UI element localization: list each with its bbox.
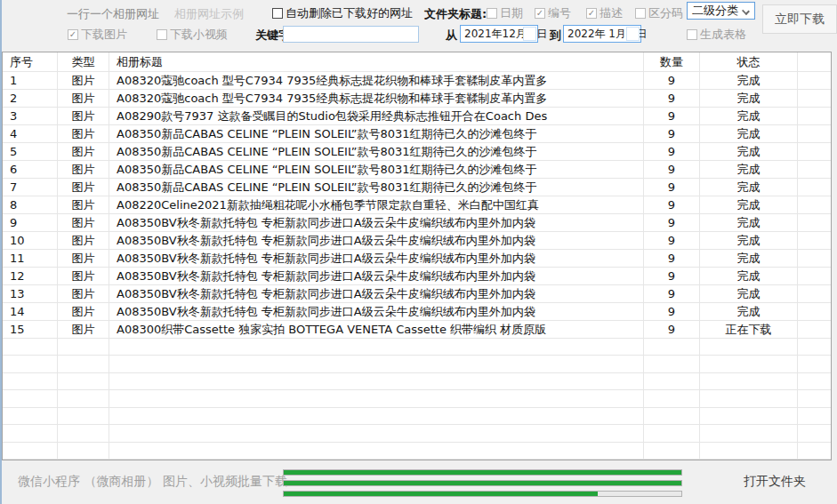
table-cell: A08320蔻驰coach 型号C7934 7935经典标志提花织物和棒球手套鞣… [109, 90, 644, 107]
header-status[interactable]: 状态 [700, 52, 798, 71]
table-cell: 完成 [700, 125, 798, 142]
category-selected-value: 二级分类 [692, 3, 738, 19]
table-cell: 完成 [700, 285, 798, 302]
spinner-updown-icon[interactable] [523, 27, 536, 41]
table-cell [3, 408, 58, 424]
table-cell [3, 373, 58, 389]
table-cell: 完成 [700, 214, 798, 231]
table-row[interactable]: 6图片A08350新品CABAS CELINE “PLEIN SOLEIL”款号… [3, 161, 831, 179]
table-cell: 9 [644, 143, 700, 160]
auto-delete-checkbox[interactable]: 自动删除已下载好的网址 [272, 5, 413, 21]
table-header-row: 序号 类型 相册标题 数量 状态 [3, 52, 831, 72]
table-cell [3, 339, 58, 355]
table-cell: 图片 [58, 161, 109, 178]
table-cell: 图片 [58, 143, 109, 160]
table-cell [798, 196, 831, 213]
date-option-checkbox[interactable]: 日期 [487, 5, 523, 21]
empty-row [3, 356, 831, 372]
chevron-down-icon [742, 7, 750, 15]
code-option-checkbox[interactable]: 区分码 [635, 5, 683, 21]
spinner-updown-icon[interactable] [626, 27, 640, 41]
table-cell [109, 390, 644, 406]
table-row[interactable]: 4图片A08350新品CABAS CELINE “PLEIN SOLEIL”款号… [3, 125, 831, 143]
table-cell: 3 [3, 108, 58, 124]
table-cell [798, 390, 831, 406]
table-row[interactable]: 5图片A08350新品CABAS CELINE “PLEIN SOLEIL”款号… [3, 143, 831, 161]
app-title: 微信小程序 （微商相册） 图片、小视频批量下载 [18, 474, 287, 490]
table-cell [798, 356, 831, 372]
table-cell [798, 250, 831, 267]
table-cell: 9 [644, 125, 700, 142]
table-row[interactable]: 9图片A08350BV秋冬新款托特包 专柜新款同步进口A级云朵牛皮编织绒布内里外… [3, 214, 831, 232]
table-cell: A08350BV秋冬新款托特包 专柜新款同步进口A级云朵牛皮编织绒布内里外加内袋 [109, 268, 644, 284]
auto-delete-label: 自动删除已下载好的网址 [286, 5, 413, 21]
date-to-picker[interactable]: 2022年 1月 8日 [563, 25, 641, 43]
table-row[interactable]: 7图片A08350新品CABAS CELINE “PLEIN SOLEIL”款号… [3, 179, 831, 196]
table-cell: 10 [3, 232, 58, 249]
progress-fill [284, 470, 681, 475]
table-cell [58, 373, 109, 389]
table-cell: A08220Celine2021新款抽绳粗花呢小水桶包季节限定款自重轻、米白配中… [109, 196, 644, 213]
table-cell: 图片 [58, 303, 109, 320]
desc-option-checkbox[interactable]: ✓ 描述 [586, 5, 623, 21]
header-count[interactable]: 数量 [644, 52, 700, 71]
number-option-checkbox[interactable]: ✓ 编号 [535, 5, 571, 21]
download-images-checkbox[interactable]: ✓ 下载图片 [68, 27, 127, 43]
desc-option-label: 描述 [600, 5, 623, 21]
table-row[interactable]: 15图片A08300织带Cassette 独家实拍 BOTTEGA VENETA… [3, 321, 831, 339]
table-cell: 图片 [58, 285, 109, 302]
table-cell [644, 425, 700, 441]
download-images-label: 下载图片 [81, 27, 127, 43]
table-row[interactable]: 13图片A08350BV秋冬新款托特包 专柜新款同步进口A级云朵牛皮编织绒布内里… [3, 285, 831, 303]
table-cell: 图片 [58, 232, 109, 249]
table-cell: 4 [3, 125, 58, 142]
table-row[interactable]: 8图片A08220Celine2021新款抽绳粗花呢小水桶包季节限定款自重轻、米… [3, 196, 831, 214]
header-no[interactable]: 序号 [3, 52, 58, 71]
table-cell: 2 [3, 90, 58, 107]
table-cell: 完成 [700, 196, 798, 213]
table-cell [3, 443, 58, 459]
table-cell: 9 [644, 72, 700, 89]
table-cell: 9 [644, 161, 700, 178]
table-cell [798, 161, 831, 178]
table-cell [798, 425, 831, 441]
table-row[interactable]: 12图片A08350BV秋冬新款托特包 专柜新款同步进口A级云朵牛皮编织绒布内里… [3, 268, 831, 285]
date-from-picker[interactable]: 2021年12月 9日 [460, 25, 538, 43]
table-cell [700, 356, 798, 372]
table-cell: 图片 [58, 196, 109, 213]
progress-fill [284, 481, 681, 485]
checkmark-icon: ✓ [68, 29, 78, 40]
url-example-link[interactable]: 相册网址示例 [174, 6, 244, 22]
generate-table-label: 生成表格 [700, 27, 746, 43]
table-cell: 完成 [700, 143, 798, 160]
header-title[interactable]: 相册标题 [109, 52, 644, 71]
table-cell [798, 408, 831, 424]
table-cell [3, 390, 58, 406]
keyword-input[interactable] [283, 26, 419, 43]
table-cell: A08350新品CABAS CELINE “PLEIN SOLEIL”款号803… [109, 179, 644, 196]
empty-row [3, 408, 831, 425]
header-spacer [798, 52, 831, 71]
table-cell: 9 [644, 250, 700, 267]
table-row[interactable]: 1图片A08320蔻驰coach 型号C7934 7935经典标志提花织物和棒球… [3, 72, 831, 90]
table-row[interactable]: 2图片A08320蔻驰coach 型号C7934 7935经典标志提花织物和棒球… [3, 90, 831, 108]
table-cell: 12 [3, 268, 58, 284]
download-videos-checkbox[interactable]: 下载小视频 [157, 27, 228, 43]
table-row[interactable]: 3图片A08290款号7937 这款备受瞩目的Studio包袋采用经典标志推钮开… [3, 108, 831, 125]
open-folder-button[interactable]: 打开文件夹 [744, 474, 806, 490]
header-type[interactable]: 类型 [58, 52, 109, 71]
table-row[interactable]: 11图片A08350BV秋冬新款托特包 专柜新款同步进口A级云朵牛皮编织绒布内里… [3, 250, 831, 268]
generate-table-checkbox[interactable]: 生成表格 [687, 27, 746, 43]
table-cell: 图片 [58, 268, 109, 284]
table-cell: 完成 [700, 161, 798, 178]
table-row[interactable]: 10图片A08350BV秋冬新款托特包 专柜新款同步进口A级云朵牛皮编织绒布内里… [3, 232, 831, 250]
table-cell: 完成 [700, 250, 798, 267]
table-cell: 9 [644, 321, 700, 338]
table-cell [798, 90, 831, 107]
table-cell [700, 425, 798, 441]
download-now-button[interactable]: 立即下载 [762, 4, 837, 34]
table-row[interactable]: 14图片A08350BV秋冬新款托特包 专柜新款同步进口A级云朵牛皮编织绒布内里… [3, 303, 831, 321]
table-cell: 9 [3, 214, 58, 231]
category-select[interactable]: 二级分类 [687, 2, 755, 20]
table-cell: 9 [644, 268, 700, 284]
